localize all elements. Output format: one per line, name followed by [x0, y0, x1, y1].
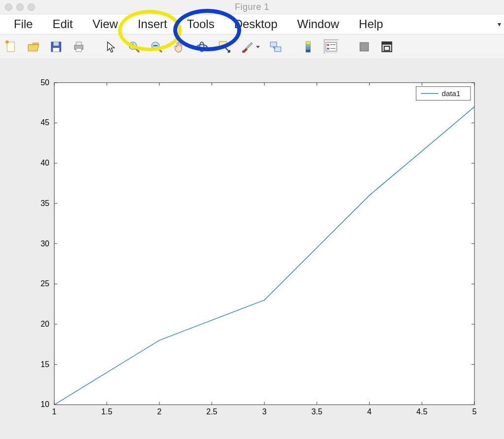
colorbar-icon: [302, 40, 315, 53]
open-button[interactable]: [27, 40, 40, 54]
brush-icon: [241, 40, 253, 53]
menubar: File Edit View Insert Tools Desktop Wind…: [0, 14, 504, 34]
svg-rect-26: [306, 44, 311, 47]
svg-rect-6: [76, 42, 82, 45]
link-plots-button[interactable]: [269, 40, 283, 54]
figure-canvas: 11.522.533.544.55101520253035404550data1: [0, 58, 504, 439]
edit-plot-button[interactable]: [104, 40, 118, 54]
figure-window: { "window": { "title": "Figure 1" }, "me…: [0, 0, 504, 439]
zoom-in-icon: [127, 40, 140, 53]
minimize-window-button[interactable]: [16, 3, 24, 11]
hide-plot-tools-icon: [358, 40, 371, 53]
svg-rect-3: [54, 42, 59, 46]
svg-rect-38: [54, 83, 474, 405]
svg-rect-28: [306, 49, 311, 52]
svg-point-15: [197, 45, 207, 49]
axes[interactable]: 11.522.533.544.55101520253035404550data1: [20, 73, 484, 424]
svg-rect-0: [7, 42, 14, 52]
xtick-label: 3: [262, 407, 267, 416]
legend-label: data1: [442, 89, 461, 98]
xtick-label: 1.5: [101, 407, 112, 416]
menu-view[interactable]: View: [83, 16, 128, 32]
window-title: Figure 1: [0, 2, 504, 12]
svg-line-13: [158, 48, 162, 52]
ytick-label: 15: [40, 360, 49, 369]
xtick-label: 1: [52, 407, 57, 416]
svg-line-18: [224, 47, 230, 52]
menu-tools[interactable]: Tools: [177, 16, 224, 32]
legend-icon: [325, 40, 338, 53]
zoom-out-button[interactable]: [150, 40, 163, 54]
ytick-label: 35: [40, 199, 49, 207]
xtick-label: 5: [472, 407, 476, 416]
svg-rect-17: [219, 41, 226, 47]
pointer-icon: [105, 40, 118, 53]
data-cursor-button[interactable]: [218, 40, 231, 54]
pan-button[interactable]: [172, 40, 186, 54]
menu-desktop[interactable]: Desktop: [224, 16, 287, 32]
svg-rect-37: [384, 46, 390, 51]
xtick-label: 2: [157, 407, 161, 416]
menu-window[interactable]: Window: [287, 16, 349, 32]
zoom-window-button[interactable]: [28, 3, 35, 11]
svg-rect-7: [76, 48, 82, 52]
ytick-label: 10: [40, 400, 49, 408]
menu-insert[interactable]: Insert: [128, 16, 177, 32]
menu-edit[interactable]: Edit: [43, 16, 83, 32]
menu-help[interactable]: Help: [349, 16, 393, 32]
pan-icon: [173, 40, 186, 53]
insert-legend-button[interactable]: [324, 39, 339, 54]
toolbar: [0, 34, 504, 60]
hide-plot-tools-button[interactable]: [357, 40, 371, 54]
save-button[interactable]: [49, 40, 63, 54]
print-icon: [72, 40, 85, 53]
xtick-label: 2.5: [206, 407, 217, 416]
toolbar-file-group: [4, 40, 86, 54]
toolbar-data-group: [218, 40, 283, 54]
zoom-out-icon: [150, 40, 163, 53]
svg-rect-31: [327, 48, 329, 49]
xtick-label: 4.5: [416, 407, 427, 416]
toolbar-options-icon[interactable]: ▾: [498, 20, 501, 28]
rotate-3d-icon: [195, 40, 208, 53]
dock-figure-button[interactable]: [380, 40, 394, 54]
titlebar: Figure 1: [0, 0, 504, 14]
insert-colorbar-button[interactable]: [301, 40, 315, 54]
ytick-label: 30: [40, 239, 49, 248]
brush-button[interactable]: [240, 40, 254, 54]
dock-figure-icon: [380, 40, 393, 53]
open-icon: [27, 40, 40, 53]
svg-rect-23: [275, 47, 281, 52]
menu-file[interactable]: File: [4, 16, 43, 32]
svg-point-1: [5, 40, 9, 44]
data-cursor-icon: [218, 40, 231, 53]
toolbar-window-group: [357, 40, 394, 54]
svg-rect-22: [270, 42, 277, 47]
toolbar-insert-group: [301, 39, 339, 54]
svg-rect-30: [327, 44, 329, 46]
rotate-3d-button[interactable]: [195, 40, 209, 54]
brush-dropdown-caret[interactable]: [256, 46, 260, 48]
svg-rect-34: [360, 42, 368, 51]
link-plots-icon: [269, 40, 282, 53]
svg-rect-21: [242, 51, 244, 53]
axes-svg: 11.522.533.544.55101520253035404550data1: [20, 73, 484, 424]
close-window-button[interactable]: [5, 3, 12, 11]
svg-rect-25: [306, 41, 311, 44]
svg-rect-29: [326, 42, 337, 51]
svg-rect-36: [382, 42, 392, 44]
save-icon: [50, 40, 63, 53]
svg-point-16: [200, 42, 204, 52]
svg-line-9: [135, 48, 139, 52]
toolbar-navigate-group: [104, 40, 209, 54]
new-figure-icon: [4, 40, 17, 53]
zoom-in-button[interactable]: [127, 40, 141, 54]
ytick-label: 20: [40, 320, 49, 328]
ytick-label: 40: [40, 159, 49, 167]
brush-button-group: [240, 40, 260, 54]
window-controls: [5, 3, 35, 11]
ytick-label: 45: [40, 119, 49, 127]
new-figure-button[interactable]: [4, 40, 18, 54]
svg-rect-4: [53, 48, 60, 52]
print-button[interactable]: [72, 40, 86, 54]
